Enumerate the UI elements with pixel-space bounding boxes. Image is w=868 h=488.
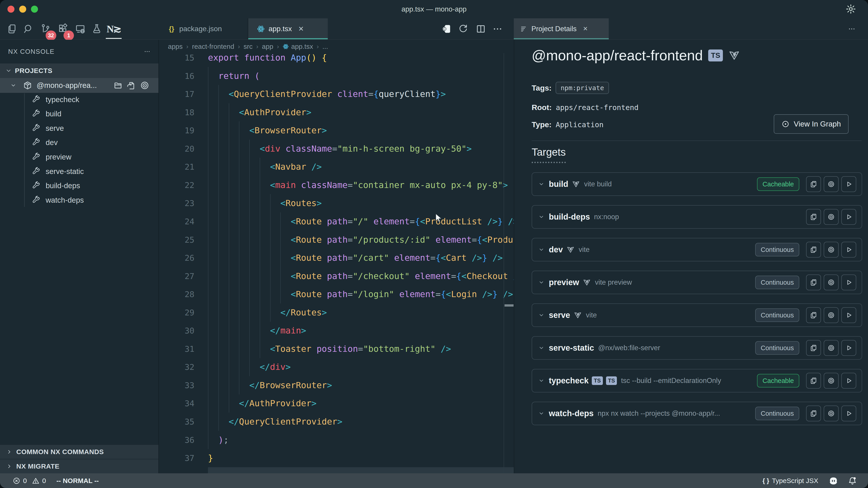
target-row-typecheck[interactable]: typecheckTSTStsc --build --emitDeclarati… [532,369,862,392]
target-row-build-deps[interactable]: build-depsnx:noop [532,205,862,229]
target-row-build[interactable]: buildvite buildCacheable [532,172,862,196]
target-row-serve-static[interactable]: serve-static@nx/web:file-serverContinuou… [532,336,862,360]
target-button-play-icon[interactable] [841,307,856,323]
tag-chip: npm:private [556,82,609,94]
target-button-target-icon[interactable] [824,340,839,356]
zoom-window-button[interactable] [31,6,38,13]
close-tab-icon[interactable]: ✕ [298,25,304,33]
target-button-target-icon[interactable] [824,373,839,389]
target-button-target-icon[interactable] [824,405,839,421]
target-row-serve[interactable]: serveviteContinuous [532,303,862,327]
activity-item-testing[interactable] [91,23,102,35]
target-button-clipboard-icon[interactable] [806,209,821,225]
close-panel-icon[interactable]: ✕ [583,25,588,32]
target-button-clipboard-icon[interactable] [806,405,821,421]
split-editor-icon[interactable] [475,24,486,34]
problems-indicator[interactable]: 0 0 [13,477,46,485]
target-button-play-icon[interactable] [841,209,856,225]
target-button-play-icon[interactable] [841,274,856,290]
activity-item-remote-explorer[interactable] [74,23,86,35]
code-line: <AuthProvider> [208,103,514,122]
target-button-target-icon[interactable] [824,242,839,258]
sidebar-task-preview[interactable]: preview [0,150,158,164]
minimize-window-button[interactable] [19,6,26,13]
language-mode[interactable]: { } TypeScript JSX [763,477,818,485]
tab-label: package.json [179,25,222,33]
sidebar-task-dev[interactable]: dev [0,135,158,150]
list-icon [520,25,528,33]
target-button-clipboard-icon[interactable] [806,274,821,290]
target-row-dev[interactable]: devviteContinuous [532,238,862,261]
target-button-play-icon[interactable] [841,176,856,192]
editor-group[interactable]: 15export function App() {16return (17<Qu… [159,40,514,473]
project-details-icon[interactable] [441,24,452,34]
activity-item-source-control[interactable]: 32 [40,23,51,35]
file-sync-icon[interactable] [126,80,136,90]
breadcrumb-item-...[interactable]: ... [322,43,328,51]
target-button-clipboard-icon[interactable] [806,242,821,258]
activity-item-nx-console[interactable]: N≳ [108,23,119,35]
sidebar-task-build[interactable]: build [0,107,158,121]
sidebar-task-watch-deps[interactable]: watch-deps [0,193,158,207]
target-button-play-icon[interactable] [841,373,856,389]
target-button-clipboard-icon[interactable] [806,340,821,356]
status-bar: 0 0 -- NORMAL -- { } TypeScript JSX [0,473,868,488]
line-number: 22 [159,176,194,194]
activity-item-search[interactable] [22,23,33,35]
sidebar-task-typecheck[interactable]: typecheck [0,92,158,107]
line-number: 24 [159,213,194,231]
code-line: </main> [208,322,514,340]
breadcrumb-item-app.tsx[interactable]: app.tsx [283,43,313,51]
panel-more-actions-icon[interactable] [847,25,857,33]
tab-app.tsx[interactable]: app.tsx✕ [248,18,328,39]
sidebar-item-project[interactable]: @mono-app/rea... [0,78,158,93]
target-row-preview[interactable]: previewvite previewContinuous [532,271,862,294]
folder-icon[interactable] [113,80,123,90]
close-window-button[interactable] [7,6,14,13]
breadcrumb-item-apps[interactable]: apps [168,43,183,51]
clipboard-icon [810,279,817,286]
sidebar-task-serve-static[interactable]: serve-static [0,164,158,178]
target-button-target-icon[interactable] [824,274,839,290]
code-token: < [270,344,275,354]
sidebar-section-common-nx-commands[interactable]: COMMON NX COMMANDS [0,445,159,459]
target-button-target-icon[interactable] [824,176,839,192]
view-in-graph-button[interactable]: View In Graph [774,114,848,134]
bell-notification-icon[interactable] [848,476,857,486]
sidebar-section-nx-migrate[interactable]: NX MIGRATE [0,459,159,473]
sidebar-more-actions-icon[interactable] [143,48,152,55]
target-button-play-icon[interactable] [841,242,856,258]
target-icon[interactable] [140,80,150,90]
copilot-icon[interactable] [828,476,839,486]
activity-item-explorer[interactable] [6,23,18,35]
sidebar-task-serve[interactable]: serve [0,121,158,135]
scrollbar-decoration[interactable] [504,304,514,306]
target-button-target-icon[interactable] [824,307,839,323]
refresh-icon[interactable] [458,24,468,34]
target-button-target-icon[interactable] [824,209,839,225]
code-token [487,253,493,263]
target-button-play-icon[interactable] [841,340,856,356]
code-token: { [456,271,461,281]
sidebar-section-projects[interactable]: PROJECTS [0,64,158,78]
sidebar-task-build-deps[interactable]: build-deps [0,179,158,193]
breadcrumb-item-app[interactable]: app [262,43,273,51]
target-button-play-icon[interactable] [841,405,856,421]
code-token: </ [270,326,281,335]
project-title-row: @mono-app/react-frontend TS [532,46,740,65]
target-button-clipboard-icon[interactable] [806,176,821,192]
tab-project-details[interactable]: Project Details ✕ [514,18,609,39]
activity-item-extensions[interactable]: 1 [58,23,69,35]
code-token: < [239,107,244,117]
more-actions-icon[interactable] [492,24,503,34]
target-button-clipboard-icon[interactable] [806,373,821,389]
target-row-watch-deps[interactable]: watch-depsnpx nx watch --projects @mono-… [532,402,862,425]
code-token: QueryClientProvider [234,89,332,99]
tab-package.json[interactable]: {}package.json [159,18,248,39]
breadcrumb-item-src[interactable]: src [244,43,253,51]
code-editor[interactable]: 15export function App() {16return (17<Qu… [159,53,514,473]
settings-gear-icon[interactable] [845,4,856,14]
target-button-clipboard-icon[interactable] [806,307,821,323]
vite-icon [566,246,575,254]
breadcrumb-item-react-frontend[interactable]: react-frontend [192,43,234,51]
